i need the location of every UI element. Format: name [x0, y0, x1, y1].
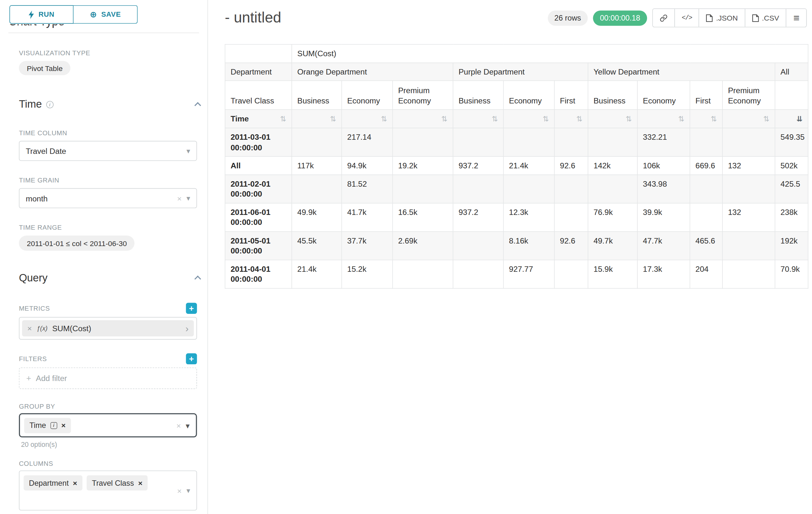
table-row: 2011-02-01 00:00:0081.52343.98425.5 [225, 174, 808, 203]
remove-chip-icon[interactable]: × [138, 479, 142, 487]
pivot-value-cell [453, 174, 503, 203]
pivot-value-cell [393, 174, 453, 203]
pivot-value-cell: 927.77 [503, 260, 555, 288]
remove-metric-icon[interactable]: × [27, 324, 32, 333]
pivot-value-cell: 238k [775, 203, 808, 231]
add-filter-button[interactable]: + [186, 353, 197, 364]
copy-link-button[interactable] [653, 9, 674, 27]
pivot-value-cell: 937.2 [453, 203, 503, 231]
run-button[interactable]: RUN [9, 5, 74, 23]
sort-icon[interactable]: ⇅ [543, 115, 549, 123]
sort-icon[interactable]: ⇅ [711, 115, 717, 123]
chevron-down-icon[interactable]: ▾ [186, 195, 190, 202]
more-menu-button[interactable]: ≡ [786, 9, 806, 27]
pivot-group-header: All [775, 63, 808, 81]
chevron-down-icon[interactable]: ▾ [185, 422, 190, 430]
chevron-right-icon[interactable]: › [185, 324, 189, 333]
sort-icon[interactable]: ⇅ [626, 115, 632, 123]
pivot-value-cell [453, 231, 503, 260]
pivot-value-cell: 8.16k [503, 231, 555, 260]
pivot-value-cell: 217.14 [342, 128, 393, 156]
view-query-button[interactable]: </> [674, 9, 699, 27]
pivot-value-cell: 37.7k [342, 231, 393, 260]
sort-icon[interactable]: ⇅ [330, 115, 336, 123]
pivot-value-cell: 343.98 [637, 174, 690, 203]
info-icon[interactable]: i [50, 422, 57, 429]
time-grain-label: TIME GRAIN [19, 177, 59, 184]
clear-icon[interactable]: × [176, 422, 181, 430]
chart-header-actions: 26 rows 00:00:00.18 </> .JSON [548, 8, 807, 27]
pivot-value-cell: 2.69k [393, 231, 453, 260]
save-plus-icon: ⊕ [90, 10, 97, 19]
row-count-badge: 26 rows [548, 10, 588, 25]
save-button[interactable]: ⊕ SAVE [74, 5, 138, 23]
columns-chip-department: Department × [24, 475, 83, 490]
visualization-type-pill[interactable]: Pivot Table [19, 61, 70, 75]
add-filter-dropzone[interactable]: + Add filter [19, 368, 197, 389]
pivot-value-cell: 70.9k [775, 260, 808, 288]
sort-icon[interactable]: ⇅ [441, 115, 447, 123]
pivot-group-header: Purple Department [453, 63, 588, 81]
plus-icon: + [26, 374, 31, 383]
chart-area: - untitled 26 rows 00:00:00.18 </> [208, 0, 812, 514]
sort-icon[interactable]: ⇅ [280, 115, 286, 123]
time-column-select[interactable]: Travel Date ▾ [19, 141, 197, 161]
clear-icon[interactable]: × [177, 487, 182, 495]
pivot-value-cell: 41.7k [342, 203, 393, 231]
export-csv-label: .CSV [762, 14, 779, 22]
export-csv-button[interactable]: .CSV [745, 9, 786, 27]
sort-icon[interactable]: ⇅ [492, 115, 498, 123]
run-bolt-icon [29, 10, 34, 19]
query-section-header[interactable]: Query [19, 272, 200, 284]
pivot-group-header: Yellow Department [588, 63, 775, 81]
time-section-header[interactable]: Time i [19, 98, 200, 110]
pivot-group-header: Orange Department [292, 63, 453, 81]
table-row: All117k94.9k19.2k937.221.4k92.6142k106k6… [225, 157, 808, 174]
pivot-class-header: First [690, 81, 722, 110]
group-by-select[interactable]: Time i × × ▾ [19, 413, 197, 437]
sort-icon[interactable]: ⇅ [678, 115, 684, 123]
metric-chip[interactable]: × ƒ(x) SUM(Cost) › [22, 320, 194, 337]
columns-select[interactable]: Department × Travel Class × × ▾ [19, 470, 197, 511]
csv-file-icon [752, 14, 759, 22]
time-range-label: TIME RANGE [19, 224, 62, 231]
pivot-value-cell [503, 128, 555, 156]
columns-chip-travel-class: Travel Class × [87, 475, 148, 490]
pivot-sort-cell: ⇅ [637, 110, 690, 128]
group-by-label: GROUP BY [19, 403, 55, 410]
export-json-button[interactable]: .JSON [699, 9, 745, 27]
time-range-pill[interactable]: 2011-01-01 ≤ col < 2011-06-30 [19, 236, 135, 250]
pivot-value-cell [690, 128, 722, 156]
time-row-label: Time [230, 114, 249, 124]
sort-icon[interactable]: ⇅ [576, 115, 582, 123]
pivot-value-cell: 21.4k [292, 260, 342, 288]
pivot-row-label: All [225, 157, 292, 174]
time-grain-select[interactable]: month × ▾ [19, 188, 197, 208]
remove-chip-icon[interactable]: × [61, 421, 65, 430]
action-bar: RUN ⊕ SAVE [0, 0, 207, 24]
chip-label: Time [30, 421, 46, 430]
metrics-control: × ƒ(x) SUM(Cost) › [19, 317, 197, 340]
table-row: 2011-04-01 00:00:0021.4k15.2k927.7715.9k… [225, 260, 808, 288]
info-icon: i [46, 101, 54, 108]
chevron-down-icon[interactable]: ▾ [186, 487, 190, 494]
sort-icon[interactable]: ⇅ [381, 115, 387, 123]
filters-label: FILTERS [19, 355, 47, 362]
remove-chip-icon[interactable]: × [73, 479, 77, 487]
pivot-class-header: Economy [637, 81, 690, 110]
pivot-class-row: Travel ClassBusinessEconomyPremium Econo… [225, 81, 808, 110]
chevron-down-icon[interactable]: ▾ [186, 147, 190, 155]
pivot-value-cell: 425.5 [775, 174, 808, 203]
pivot-value-cell: 19.2k [393, 157, 453, 174]
pivot-value-cell: 17.3k [637, 260, 690, 288]
pivot-value-cell: 39.9k [637, 203, 690, 231]
sort-icon[interactable]: ⇊ [796, 115, 803, 123]
code-icon: </> [682, 14, 692, 22]
pivot-value-cell: 192k [775, 231, 808, 260]
chip-label: Travel Class [92, 479, 134, 487]
clear-icon[interactable]: × [177, 194, 182, 202]
json-file-icon [706, 14, 713, 22]
sort-icon[interactable]: ⇅ [763, 115, 769, 123]
add-metric-button[interactable]: + [186, 303, 197, 314]
pivot-value-cell [393, 128, 453, 156]
